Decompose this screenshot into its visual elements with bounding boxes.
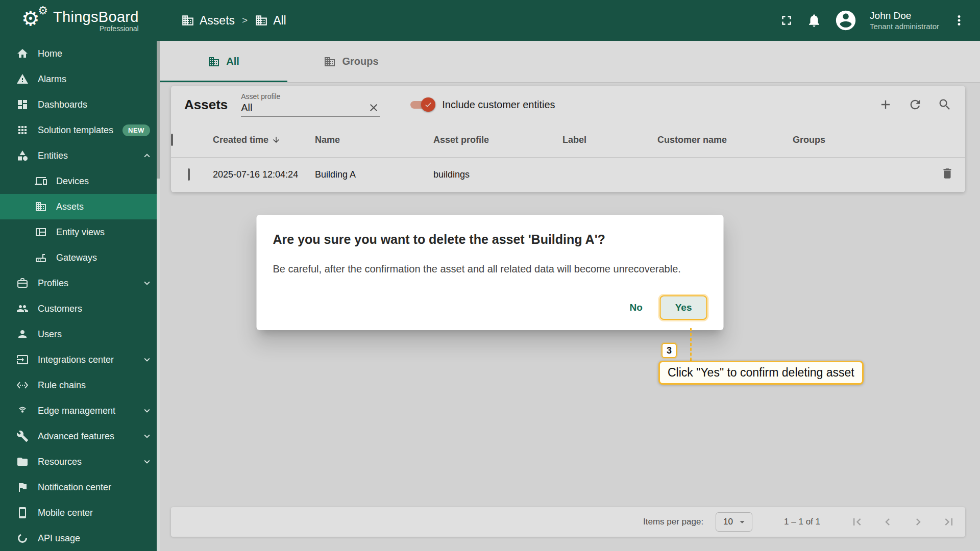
alarms-icon xyxy=(16,73,29,85)
entity-views-icon xyxy=(35,226,47,238)
app-edition: Professional xyxy=(100,24,139,33)
users-icon xyxy=(16,328,29,340)
sidebar-item-integrations-center[interactable]: Integrations center xyxy=(0,347,160,372)
user-name: John Doe xyxy=(870,10,939,22)
breadcrumb-assets[interactable]: Assets xyxy=(181,14,235,28)
app-header: ⚙⚙ ThingsBoard Professional Assets > All xyxy=(0,0,980,41)
edge-management-icon xyxy=(16,405,29,417)
yes-button[interactable]: Yes xyxy=(660,295,707,320)
sidebar-item-dashboards[interactable]: Dashboards xyxy=(0,92,160,117)
chevron-down-icon xyxy=(141,278,153,289)
building-icon xyxy=(255,14,268,27)
breadcrumb: Assets > All xyxy=(181,14,286,28)
sidebar-item-edge-management[interactable]: Edge management xyxy=(0,398,160,423)
sidebar-item-assets[interactable]: Assets xyxy=(0,194,160,219)
devices-icon xyxy=(35,175,47,187)
sidebar-item-users[interactable]: Users xyxy=(0,321,160,347)
breadcrumb-current-label: All xyxy=(273,14,286,28)
no-button[interactable]: No xyxy=(620,296,651,319)
api-usage-icon xyxy=(16,532,29,544)
sidebar-item-rule-chains[interactable]: Rule chains xyxy=(0,372,160,398)
chevron-down-icon xyxy=(141,405,153,416)
sidebar-item-entity-views[interactable]: Entity views xyxy=(0,219,160,245)
chevron-down-icon xyxy=(141,431,153,442)
breadcrumb-separator: > xyxy=(242,15,248,26)
thingsboard-gear-logo-icon: ⚙⚙ xyxy=(21,7,47,34)
assets-icon xyxy=(35,201,47,213)
dialog-actions: No Yes xyxy=(273,295,707,320)
advanced-features-icon xyxy=(16,430,29,442)
sidebar: Home Alarms Dashboards Solution template… xyxy=(0,41,160,551)
notification-center-icon xyxy=(16,481,29,493)
user-role: Tenant administrator xyxy=(870,22,939,32)
dashboards-icon xyxy=(16,98,29,111)
sidebar-item-resources[interactable]: Resources xyxy=(0,449,160,474)
user-avatar-icon[interactable] xyxy=(834,9,857,32)
chevron-down-icon xyxy=(141,354,153,365)
user-info: John Doe Tenant administrator xyxy=(870,10,939,32)
sidebar-item-mobile-center[interactable]: Mobile center xyxy=(0,500,160,525)
chevron-up-icon xyxy=(141,150,153,161)
resources-icon xyxy=(16,456,29,468)
more-menu-kebab-icon[interactable] xyxy=(951,13,967,28)
sidebar-item-customers[interactable]: Customers xyxy=(0,296,160,321)
solution-templates-icon xyxy=(16,124,29,136)
fullscreen-icon[interactable] xyxy=(779,13,794,28)
sidebar-item-home[interactable]: Home xyxy=(0,41,160,66)
sidebar-scrollbar-thumb[interactable] xyxy=(157,41,160,179)
logo[interactable]: ⚙⚙ ThingsBoard Professional xyxy=(0,7,160,34)
sidebar-item-alarms[interactable]: Alarms xyxy=(0,66,160,92)
rule-chains-icon xyxy=(16,379,29,391)
sidebar-item-solution-templates[interactable]: Solution templates NEW xyxy=(0,117,160,143)
notifications-bell-icon[interactable] xyxy=(806,13,822,28)
tutorial-connector-line xyxy=(690,328,692,361)
delete-confirm-dialog: Are you sure you want to delete the asse… xyxy=(257,215,724,330)
profiles-icon xyxy=(16,277,29,289)
sidebar-item-notification-center[interactable]: Notification center xyxy=(0,474,160,500)
sidebar-scrollbar[interactable] xyxy=(157,41,160,551)
sidebar-item-devices[interactable]: Devices xyxy=(0,168,160,194)
sidebar-item-entities[interactable]: Entities xyxy=(0,143,160,168)
tutorial-step-badge: 3 xyxy=(662,343,677,358)
chevron-down-icon xyxy=(141,456,153,467)
dialog-title: Are you sure you want to delete the asse… xyxy=(273,232,707,247)
gateways-icon xyxy=(35,252,47,264)
header-actions: John Doe Tenant administrator xyxy=(779,9,980,32)
entities-icon xyxy=(16,149,29,162)
dialog-message: Be careful, after the confirmation the a… xyxy=(273,263,707,275)
building-icon xyxy=(181,14,194,27)
breadcrumb-all[interactable]: All xyxy=(255,14,286,28)
breadcrumb-root-label: Assets xyxy=(200,14,235,28)
mobile-center-icon xyxy=(16,507,29,519)
sidebar-item-advanced-features[interactable]: Advanced features xyxy=(0,423,160,449)
home-icon xyxy=(16,47,29,60)
sidebar-item-gateways[interactable]: Gateways xyxy=(0,245,160,270)
tutorial-tooltip: Click "Yes" to confirm deleting asset xyxy=(658,361,864,385)
app-name: ThingsBoard xyxy=(53,9,139,26)
app-root: ⚙⚙ ThingsBoard Professional Assets > All xyxy=(0,0,980,551)
logo-text: ThingsBoard Professional xyxy=(53,9,139,33)
sidebar-item-profiles[interactable]: Profiles xyxy=(0,270,160,296)
sidebar-item-api-usage[interactable]: API usage xyxy=(0,525,160,551)
new-badge: NEW xyxy=(122,124,150,136)
customers-icon xyxy=(16,303,29,315)
integrations-icon xyxy=(16,354,29,366)
